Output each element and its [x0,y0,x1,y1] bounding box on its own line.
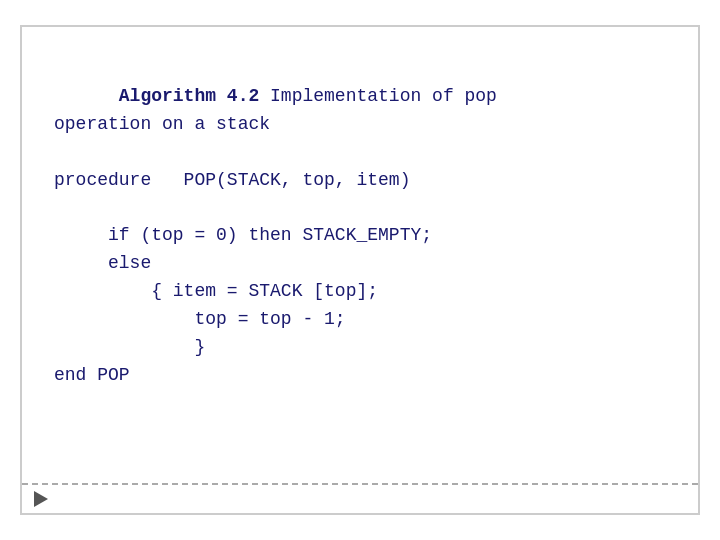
algorithm-bold: Algorithm 4.2 [119,86,259,106]
if-line: if (top = 0) then STACK_EMPTY; [54,225,432,245]
else-line: else [54,253,151,273]
end-line: end POP [54,365,130,385]
slide-footer [22,483,698,513]
procedure-line: procedure POP(STACK, top, item) [54,170,410,190]
top-line: top = top - 1; [54,309,346,329]
algorithm-desc: Implementation of pop [259,86,497,106]
next-arrow[interactable] [34,491,48,507]
brace-close-line: } [54,337,205,357]
operation-line: operation on a stack [54,114,270,134]
brace-open-line: { item = STACK [top]; [54,281,378,301]
slide-content: Algorithm 4.2 Implementation of pop oper… [22,27,698,483]
code-block: Algorithm 4.2 Implementation of pop oper… [54,55,666,418]
slide-container: Algorithm 4.2 Implementation of pop oper… [20,25,700,515]
algorithm-title-line: Algorithm 4.2 Implementation of pop oper… [54,86,497,385]
